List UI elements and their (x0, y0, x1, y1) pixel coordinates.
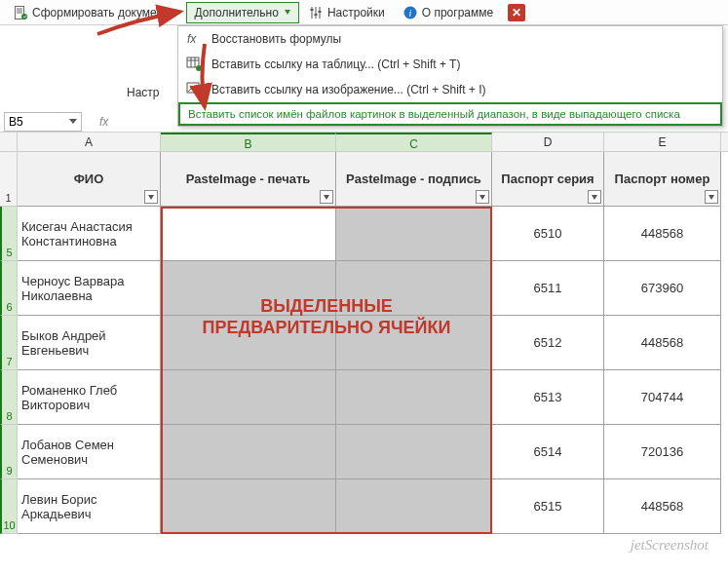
cell-passport-number[interactable]: 448568 (604, 479, 721, 534)
cell-b[interactable] (161, 370, 336, 425)
table-row: 8Романенко Глеб Викторович6513704744 (0, 370, 728, 425)
filter-icon[interactable] (588, 190, 601, 204)
table-row: 6Черноус Варвара Николаевна6511673960 (0, 261, 728, 316)
ribbon-toolbar: Сформировать документы Дополнительно Нас… (0, 0, 728, 25)
hdr-passport-series[interactable]: Паспорт серия (492, 152, 604, 207)
table-row: 7Быков Андрей Евгеньевич6512448568 (0, 316, 728, 370)
cell-fio[interactable]: Быков Андрей Евгеньевич (18, 316, 161, 370)
close-button[interactable]: ✕ (508, 4, 525, 21)
cell-passport-series[interactable]: 6513 (492, 370, 604, 425)
cell-fio[interactable]: Черноус Варвара Николаевна (18, 261, 161, 316)
cell-b[interactable] (161, 479, 336, 534)
table-row: 5Кисегач Анастасия Константиновна6510448… (0, 207, 728, 261)
cell-b[interactable] (161, 261, 336, 316)
hdr-c-label: PasteImage - подпись (346, 172, 481, 186)
cell-passport-series[interactable]: 6510 (492, 207, 604, 261)
menu-insert-table-link-label: Вставить ссылку на таблицу... (Ctrl + Sh… (211, 57, 460, 71)
menu-insert-table-link[interactable]: Вставить ссылку на таблицу... (Ctrl + Sh… (178, 52, 722, 77)
filter-icon[interactable] (144, 190, 158, 204)
cell-c[interactable] (336, 479, 492, 534)
menu-restore-formulas[interactable]: fx Восстановить формулы (178, 26, 722, 52)
menu-restore-formulas-label: Восстановить формулы (211, 32, 341, 46)
svg-point-11 (190, 86, 193, 89)
document-icon (13, 5, 28, 20)
row-number[interactable]: 7 (0, 316, 18, 370)
settings-button[interactable]: Настройки (299, 2, 394, 23)
column-headers: A B C D E (0, 133, 728, 152)
svg-rect-4 (318, 11, 321, 13)
col-header-B[interactable]: B (161, 133, 336, 151)
spreadsheet-grid: 1 ФИО PasteImage - печать PasteImage - п… (0, 152, 728, 573)
hdr-pasteimage-sign[interactable]: PasteImage - подпись (336, 152, 492, 207)
hdr-passport-number[interactable]: Паспорт номер (604, 152, 721, 207)
cell-b[interactable] (161, 207, 336, 261)
menu-insert-filenames-list[interactable]: Вставить список имён файлов картинок в в… (178, 102, 722, 126)
cell-passport-series[interactable]: 6512 (492, 316, 604, 370)
form-documents-button[interactable]: Сформировать документы (4, 2, 186, 23)
cell-passport-series[interactable]: 6511 (492, 261, 604, 316)
cell-b[interactable] (161, 425, 336, 479)
cell-c[interactable] (336, 425, 492, 479)
cell-b[interactable] (161, 316, 336, 370)
row-number[interactable]: 5 (0, 207, 18, 261)
row-number[interactable]: 9 (0, 425, 18, 479)
cell-passport-number[interactable]: 704744 (604, 370, 721, 425)
info-icon: i (402, 5, 418, 20)
hdr-pasteimage-print[interactable]: PasteImage - печать (161, 152, 336, 207)
select-all-corner[interactable] (0, 133, 18, 151)
filter-icon[interactable] (320, 190, 333, 204)
about-button[interactable]: i О программе (394, 2, 502, 23)
col-header-A[interactable]: A (18, 133, 161, 151)
hdr-fio[interactable]: ФИО (18, 152, 161, 207)
about-label: О программе (422, 6, 493, 19)
menu-insert-image-link[interactable]: Вставить ссылку на изображение... (Ctrl … (178, 77, 722, 102)
image-link-icon (186, 81, 204, 98)
svg-point-1 (21, 14, 27, 19)
cell-passport-number[interactable]: 448568 (604, 316, 721, 370)
form-documents-label: Сформировать документы (32, 6, 177, 19)
svg-point-9 (196, 65, 202, 71)
cell-passport-series[interactable]: 6514 (492, 425, 604, 479)
cell-passport-series[interactable]: 6515 (492, 479, 604, 534)
col-header-E[interactable]: E (604, 133, 721, 151)
cell-passport-number[interactable]: 673960 (604, 261, 721, 316)
table-row: 9Лобанов Семен Семенович6514720136 (0, 425, 728, 479)
fx-icon: fx (186, 30, 204, 48)
additional-button[interactable]: Дополнительно (186, 2, 299, 23)
menu-insert-filenames-list-label: Вставить список имён файлов картинок в в… (188, 108, 680, 120)
col-header-C[interactable]: C (336, 133, 492, 151)
cell-c[interactable] (336, 316, 492, 370)
namebox-caret-icon (69, 119, 77, 124)
row-number[interactable]: 6 (0, 261, 18, 316)
cell-fio[interactable]: Левин Борис Аркадьевич (18, 479, 161, 534)
table-row: 10Левин Борис Аркадьевич6515448568 (0, 479, 728, 534)
filter-icon[interactable] (476, 190, 489, 204)
cell-c[interactable] (336, 370, 492, 425)
cell-fio[interactable]: Кисегач Анастасия Константиновна (18, 207, 161, 261)
hdr-b-label: PasteImage - печать (186, 172, 311, 186)
row-number[interactable]: 8 (0, 370, 18, 425)
sliders-icon (308, 5, 324, 20)
menu-insert-image-link-label: Вставить ссылку на изображение... (Ctrl … (211, 83, 486, 96)
fx-label-icon[interactable]: fx (99, 115, 108, 129)
additional-dropdown: fx Восстановить формулы Вставить ссылку … (177, 25, 723, 127)
watermark: jetScreenshot (631, 537, 709, 554)
name-box[interactable]: B5 (4, 112, 82, 132)
svg-rect-8 (187, 57, 199, 67)
cell-fio[interactable]: Романенко Глеб Викторович (18, 370, 161, 425)
filter-icon[interactable] (705, 190, 718, 204)
row-number-1[interactable]: 1 (0, 152, 18, 207)
additional-label: Дополнительно (195, 6, 279, 19)
settings-text: Настр (127, 86, 160, 99)
cell-passport-number[interactable]: 448568 (604, 207, 721, 261)
cell-c[interactable] (336, 207, 492, 261)
col-header-D[interactable]: D (492, 133, 604, 151)
svg-rect-3 (314, 14, 317, 16)
cell-passport-number[interactable]: 720136 (604, 425, 721, 479)
row-number[interactable]: 10 (0, 479, 18, 534)
hdr-e-label: Паспорт номер (615, 172, 710, 186)
svg-rect-2 (310, 9, 313, 11)
cell-fio[interactable]: Лобанов Семен Семенович (18, 425, 161, 479)
cell-c[interactable] (336, 261, 492, 316)
table-link-icon (186, 56, 204, 73)
